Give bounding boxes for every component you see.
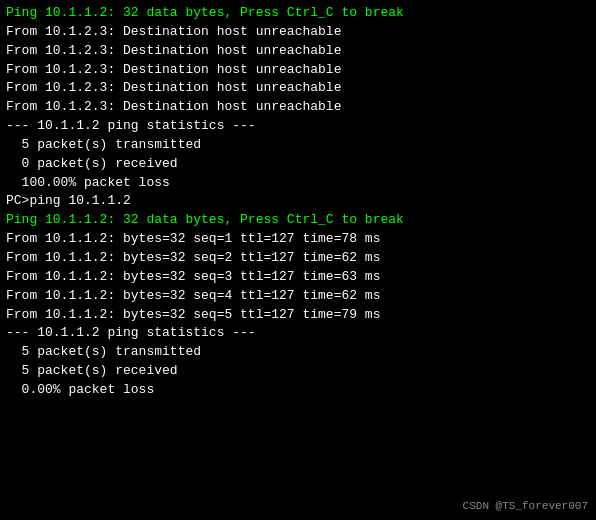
terminal-line: From 10.1.1.2: bytes=32 seq=2 ttl=127 ti… [6, 249, 590, 268]
terminal-line: From 10.1.1.2: bytes=32 seq=1 ttl=127 ti… [6, 230, 590, 249]
watermark: CSDN @TS_forever007 [463, 500, 588, 512]
terminal-line: From 10.1.2.3: Destination host unreacha… [6, 61, 590, 80]
terminal-line: --- 10.1.1.2 ping statistics --- [6, 117, 590, 136]
terminal-line: From 10.1.1.2: bytes=32 seq=3 ttl=127 ti… [6, 268, 590, 287]
terminal-window: Ping 10.1.1.2: 32 data bytes, Press Ctrl… [0, 0, 596, 520]
terminal-line: From 10.1.1.2: bytes=32 seq=5 ttl=127 ti… [6, 306, 590, 325]
terminal-line: From 10.1.2.3: Destination host unreacha… [6, 79, 590, 98]
terminal-line: 0.00% packet loss [6, 381, 590, 400]
terminal-line: --- 10.1.1.2 ping statistics --- [6, 324, 590, 343]
terminal-line: 100.00% packet loss [6, 174, 590, 193]
terminal-line: From 10.1.2.3: Destination host unreacha… [6, 98, 590, 117]
terminal-line: 0 packet(s) received [6, 155, 590, 174]
terminal-line: 5 packet(s) received [6, 362, 590, 381]
terminal-line: From 10.1.2.3: Destination host unreacha… [6, 42, 590, 61]
terminal-line: Ping 10.1.1.2: 32 data bytes, Press Ctrl… [6, 4, 590, 23]
terminal-line: From 10.1.1.2: bytes=32 seq=4 ttl=127 ti… [6, 287, 590, 306]
terminal-line: From 10.1.2.3: Destination host unreacha… [6, 23, 590, 42]
terminal-line: 5 packet(s) transmitted [6, 136, 590, 155]
terminal-output: Ping 10.1.1.2: 32 data bytes, Press Ctrl… [6, 4, 590, 400]
terminal-line: Ping 10.1.1.2: 32 data bytes, Press Ctrl… [6, 211, 590, 230]
terminal-line: 5 packet(s) transmitted [6, 343, 590, 362]
terminal-line: PC>ping 10.1.1.2 [6, 192, 590, 211]
